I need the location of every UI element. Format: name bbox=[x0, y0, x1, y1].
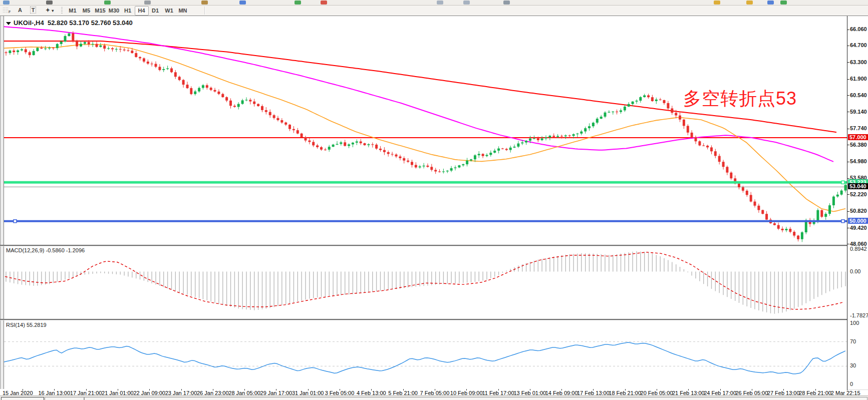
price-axis-label: 57.740 bbox=[850, 125, 867, 131]
line-handle[interactable] bbox=[841, 181, 844, 184]
price-tick bbox=[847, 112, 849, 112]
rsi-label: RSI(14) 55.2819 bbox=[6, 322, 47, 328]
toolbar-icon-partial[interactable] bbox=[3, 1, 10, 5]
chart-title: UKOil-,H4 52.820 53.170 52.760 53.040 bbox=[6, 19, 133, 27]
price-axis[interactable]: 66.06064.70063.30061.90060.54059.14057.7… bbox=[847, 16, 868, 389]
timeframe-M1[interactable]: M1 bbox=[66, 6, 80, 16]
price-tick bbox=[847, 211, 849, 212]
price-axis-label: 49.420 bbox=[850, 225, 867, 231]
price-tick bbox=[847, 178, 849, 179]
chevron-down-icon bbox=[6, 22, 11, 25]
text-label-tool[interactable]: A bbox=[16, 6, 24, 15]
price-tick bbox=[847, 46, 849, 46]
time-axis[interactable]: 15 Jan 202016 Jan 13:0017 Jan 21:0021 Ja… bbox=[0, 389, 847, 395]
timeframe-M30[interactable]: M30 bbox=[107, 6, 121, 16]
bottom-tab[interactable] bbox=[45, 397, 84, 400]
macd-axis-label: -1.7827 bbox=[850, 312, 868, 318]
top-toolbar-strip bbox=[0, 0, 868, 6]
price-axis-label: 59.140 bbox=[850, 109, 867, 115]
price-tick bbox=[847, 30, 849, 30]
ma_orange-line bbox=[4, 45, 845, 212]
price-axis-label: 60.540 bbox=[850, 92, 867, 98]
price-axis-label: 61.900 bbox=[850, 76, 867, 82]
price-axis-label: 66.060 bbox=[850, 26, 867, 32]
text-box-tool[interactable]: T bbox=[29, 6, 38, 15]
timeframe-H4[interactable]: H4 bbox=[135, 6, 149, 16]
timeframe-W1[interactable]: W1 bbox=[162, 6, 176, 16]
price-axis-label: 54.980 bbox=[850, 158, 867, 164]
macd-label: MACD(12,26,9) -0.5860 -1.2096 bbox=[6, 247, 85, 253]
rsi-panel-canvas[interactable] bbox=[0, 320, 847, 389]
price-axis-label: 50.820 bbox=[850, 208, 867, 214]
toolbar-icon-partial[interactable] bbox=[746, 1, 753, 5]
main-chart-canvas[interactable] bbox=[0, 17, 847, 245]
toolbar-icon-partial[interactable] bbox=[767, 1, 774, 5]
macd-axis-label: 0.8942 bbox=[850, 246, 867, 252]
ohlc-values: 52.820 53.170 52.760 53.040 bbox=[48, 19, 133, 27]
toolbar-icon-partial[interactable] bbox=[503, 1, 510, 5]
price-tick bbox=[847, 162, 849, 162]
toolbar-icon-partial[interactable] bbox=[463, 1, 470, 5]
price-tick bbox=[847, 228, 849, 228]
rsi-axis-label: 100 bbox=[850, 320, 859, 326]
mt4-window: F A T ✦ ▾ M1M5M15M30H1H4D1W1MN UKOil-,H4… bbox=[0, 0, 868, 400]
grid-f-label: F bbox=[9, 10, 11, 14]
rsi-line bbox=[4, 342, 845, 374]
timeframe-D1[interactable]: D1 bbox=[148, 6, 162, 16]
macd-axis-label: 0.00 bbox=[850, 268, 860, 274]
chinese-annotation[interactable]: 多空转折点53 bbox=[683, 87, 797, 111]
price-tick bbox=[847, 145, 849, 145]
cursor-tool[interactable]: ✦ ▾ bbox=[42, 6, 57, 15]
price-marker-53.040: 53.040 bbox=[848, 183, 868, 189]
price-tick bbox=[847, 194, 849, 195]
timeframe-M5[interactable]: M5 bbox=[80, 6, 94, 16]
toolbar-icon-partial[interactable] bbox=[239, 1, 246, 5]
toolbar-icon-partial[interactable] bbox=[714, 1, 720, 5]
toolbar-separator bbox=[204, 7, 205, 15]
price-tick bbox=[847, 79, 849, 80]
rsi-axis-label: 0 bbox=[850, 381, 853, 387]
rsi-axis-label: 30 bbox=[850, 362, 856, 368]
bottom-tab[interactable] bbox=[1, 397, 44, 400]
macd-panel-canvas[interactable] bbox=[0, 246, 847, 319]
bottom-tab[interactable] bbox=[84, 397, 867, 400]
price-tick bbox=[847, 129, 849, 129]
toolbar-icon-partial[interactable] bbox=[437, 1, 443, 5]
toolbar-icon-partial[interactable] bbox=[780, 1, 787, 5]
line-handle[interactable] bbox=[841, 220, 844, 223]
price-marker-57.000: 57.000 bbox=[848, 134, 868, 140]
toolbar-icon-partial[interactable] bbox=[104, 1, 111, 5]
price-axis-label: 63.300 bbox=[850, 59, 867, 65]
timeframe-H1[interactable]: H1 bbox=[121, 6, 135, 16]
toolbar-icon-partial[interactable] bbox=[321, 1, 327, 5]
line-handle[interactable] bbox=[14, 220, 17, 223]
timeframe-MN[interactable]: MN bbox=[176, 6, 190, 16]
toolbar-grip bbox=[61, 7, 63, 14]
price-axis-label: 64.700 bbox=[850, 42, 867, 48]
toolbar-icon-partial[interactable] bbox=[295, 1, 301, 5]
price-tick bbox=[847, 62, 849, 63]
price-tick bbox=[847, 95, 849, 96]
chart-toolbar: F A T ✦ ▾ M1M5M15M30H1H4D1W1MN bbox=[0, 6, 868, 16]
toolbar-icon-partial[interactable] bbox=[201, 1, 208, 5]
timeframe-M15[interactable]: M15 bbox=[93, 6, 107, 16]
rsi-axis-label: 70 bbox=[850, 338, 856, 344]
symbol-period: UKOil-,H4 bbox=[14, 19, 44, 27]
chart-window: UKOil-,H4 52.820 53.170 52.760 53.040 MA… bbox=[0, 16, 868, 396]
macd-histogram bbox=[6, 251, 845, 314]
toolbar-icon-partial[interactable] bbox=[144, 1, 151, 5]
bottom-strip bbox=[0, 395, 868, 400]
toolbar-icon-partial[interactable] bbox=[46, 1, 53, 5]
price-marker-50.000: 50.000 bbox=[848, 218, 868, 224]
price-axis-label: 56.380 bbox=[850, 142, 867, 148]
price-axis-label: 52.220 bbox=[850, 191, 867, 197]
price-tick bbox=[847, 244, 849, 244]
chevron-down-icon: ▾ bbox=[52, 9, 54, 13]
